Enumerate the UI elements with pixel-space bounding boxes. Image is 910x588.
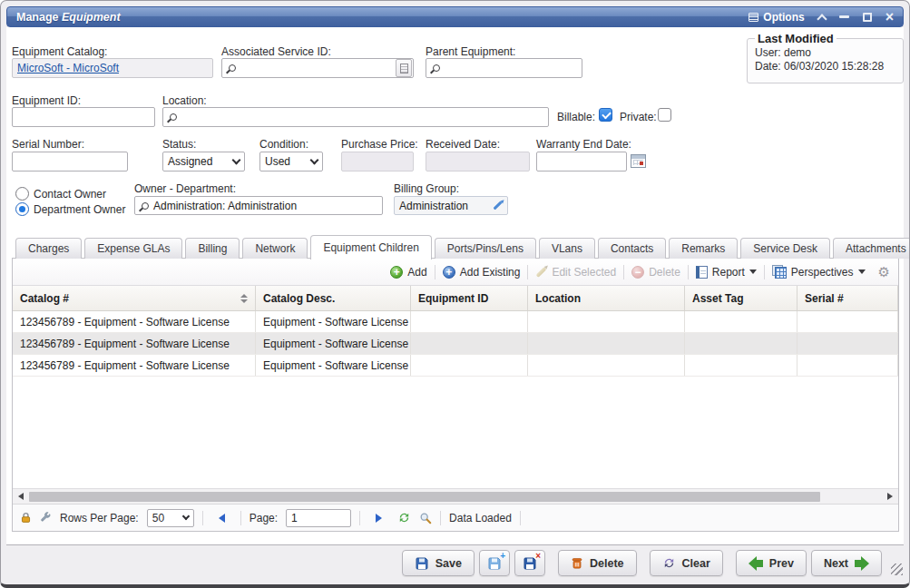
rows-per-page-select[interactable]: 50 (147, 509, 194, 527)
column-header[interactable]: Asset Tag (685, 286, 797, 310)
options-label: Options (763, 11, 804, 24)
horizontal-scrollbar[interactable] (13, 488, 898, 504)
refresh-icon[interactable] (397, 511, 411, 524)
table-cell (411, 355, 528, 376)
location-field[interactable] (162, 107, 549, 127)
scrollbar-thumb[interactable] (29, 492, 820, 502)
table-row[interactable]: 123456789 - Equipment - Software License… (13, 333, 898, 355)
save-new-button[interactable]: + (479, 550, 510, 576)
report-button[interactable]: Report (696, 266, 757, 279)
scroll-left-icon[interactable] (15, 491, 27, 503)
add-button[interactable]: + Add (390, 266, 426, 279)
tab-network[interactable]: Network (242, 238, 308, 259)
report-icon (696, 266, 708, 279)
condition-select[interactable]: Used (259, 152, 323, 172)
location-label: Location: (162, 94, 207, 107)
private-label: Private: (620, 111, 657, 123)
page-input[interactable] (286, 509, 351, 527)
search-icon[interactable] (419, 512, 432, 524)
column-header-label: Equipment ID (418, 292, 488, 305)
contact-owner-radio[interactable] (15, 187, 29, 201)
status-label: Status: (162, 138, 196, 151)
table-row[interactable]: 123456789 - Equipment - Software License… (13, 355, 898, 377)
arrow-left-icon (749, 556, 763, 571)
tab-billing[interactable]: Billing (185, 238, 240, 259)
owner-department-value: Administration: Administration (153, 200, 297, 212)
options-button[interactable]: Options (749, 11, 804, 24)
owner-department-label: Owner - Department: (134, 182, 236, 195)
prev-button[interactable]: Prev (736, 550, 807, 576)
column-header[interactable]: Catalog # (13, 286, 256, 310)
owner-department-field[interactable]: Administration: Administration (134, 196, 383, 215)
clear-button[interactable]: Clear (650, 550, 723, 576)
wrench-icon[interactable] (40, 512, 52, 524)
arrow-right-icon (855, 556, 869, 571)
tab-ports-pins-lens[interactable]: Ports/Pins/Lens (435, 238, 536, 259)
search-icon (229, 64, 236, 72)
tab-vlans[interactable]: VLans (539, 238, 595, 259)
delete-button[interactable]: Delete (558, 550, 637, 576)
serial-number-input[interactable] (12, 152, 128, 172)
tab-equipment-children[interactable]: Equipment Children (310, 235, 431, 260)
column-header[interactable]: Catalog Desc. (256, 286, 411, 310)
status-select[interactable]: Assigned (162, 152, 245, 172)
divider (359, 511, 360, 525)
sort-icon[interactable] (240, 294, 248, 303)
tab-charges[interactable]: Charges (15, 238, 82, 259)
calendar-icon[interactable] (631, 154, 646, 168)
scroll-right-icon[interactable] (884, 491, 896, 503)
table-cell (528, 355, 685, 376)
billable-checkbox[interactable] (599, 108, 612, 122)
gear-icon[interactable]: ⚙ (878, 266, 890, 279)
next-button[interactable]: Next (811, 550, 882, 576)
column-header[interactable]: Serial # (797, 286, 898, 310)
add-existing-label: Add Existing (460, 266, 521, 279)
warranty-end-date-input[interactable] (536, 152, 627, 172)
next-page-icon[interactable] (376, 514, 382, 523)
column-header[interactable]: Location (528, 286, 685, 310)
billing-group-value: Administration (399, 200, 468, 212)
perspectives-button[interactable]: Perspectives (772, 265, 866, 279)
popout-icon[interactable] (863, 13, 872, 22)
delete-row-button[interactable]: − Delete (631, 266, 680, 279)
tab-attachments[interactable]: Attachments (833, 238, 910, 259)
save-close-button[interactable]: × (514, 550, 545, 576)
close-icon[interactable]: × (886, 13, 894, 22)
add-existing-button[interactable]: + Add Existing (443, 266, 521, 279)
tab-remarks[interactable]: Remarks (669, 238, 738, 259)
edit-pencil-icon[interactable] (494, 201, 503, 211)
save-button[interactable]: Save (402, 550, 475, 576)
prev-label: Prev (769, 557, 794, 570)
grid-toolbar: + Add + Add Existing Edit Selected − Del… (13, 259, 898, 286)
service-lookup-button[interactable] (396, 59, 412, 77)
tab-service-desk[interactable]: Service Desk (740, 238, 830, 259)
column-header-label: Serial # (805, 292, 844, 305)
column-header[interactable]: Equipment ID (411, 286, 528, 310)
edit-selected-button[interactable]: Edit Selected (535, 266, 616, 279)
billing-group-field[interactable]: Administration (394, 196, 508, 215)
tab-contacts[interactable]: Contacts (598, 238, 666, 259)
table-cell (685, 311, 797, 332)
table-row[interactable]: 123456789 - Equipment - Software License… (13, 311, 898, 333)
report-label: Report (712, 266, 745, 279)
title-emphasis: Equipment (62, 11, 121, 24)
collapse-icon[interactable] (817, 14, 827, 24)
associated-service-id-field[interactable] (221, 58, 414, 78)
tab-expense-glas[interactable]: Expense GLAs (84, 238, 182, 259)
condition-value: Used (265, 155, 290, 168)
window-titlebar[interactable]: Manage Equipment Options × (6, 6, 904, 27)
department-owner-radio[interactable] (15, 202, 29, 216)
last-modified-legend: Last Modified (755, 32, 837, 45)
lock-icon[interactable] (20, 512, 32, 524)
resize-handle[interactable] (891, 564, 903, 575)
equipment-id-input[interactable] (12, 107, 155, 127)
private-checkbox[interactable] (658, 108, 671, 122)
equipment-catalog-link[interactable]: MicroSoft - MicroSoft (17, 62, 119, 74)
prev-page-icon[interactable] (219, 514, 225, 523)
divider (688, 265, 689, 279)
minimize-icon[interactable] (839, 15, 849, 18)
divider (764, 265, 765, 279)
table-cell (411, 311, 528, 332)
caret-down-icon (749, 270, 757, 274)
parent-equipment-field[interactable] (426, 58, 582, 78)
